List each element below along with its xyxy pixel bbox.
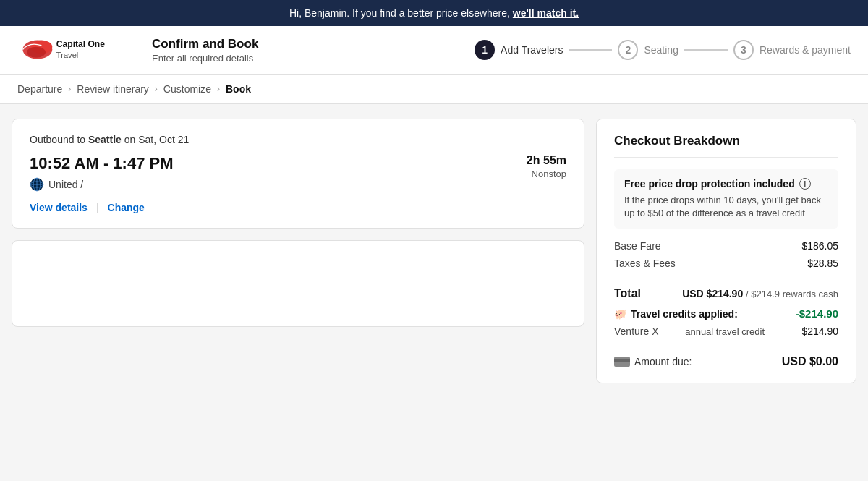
total-row: Total USD $214.90 / $214.9 rewards cash [614,287,838,300]
svg-text:Capital One: Capital One [56,39,105,49]
taxes-row: Taxes & Fees $28.85 [614,257,838,269]
main-content: Outbound to Seattle on Sat, Oct 21 10:52… [0,104,868,398]
total-label: Total [614,287,641,300]
top-banner: Hi, Benjamin. If you find a better price… [0,0,868,26]
step-2-label: Seating [644,44,678,56]
banner-text: Hi, Benjamin. If you find a better price… [289,7,513,19]
flight-airline: United / [30,177,173,192]
duration-value: 2h 55m [527,154,566,167]
base-fare-row: Base Fare $186.05 [614,240,838,252]
breadcrumb-customize[interactable]: Customize [163,83,211,95]
svg-text:Travel: Travel [56,51,79,59]
venture-credit-type: annual travel credit [685,326,765,337]
base-fare-value: $186.05 [801,240,838,252]
capital-one-logo: Capital One Travel [17,35,111,65]
breadcrumb-departure[interactable]: Departure [17,83,62,95]
left-panel: Outbound to Seattle on Sat, Oct 21 10:52… [12,119,584,383]
outbound-label: Outbound to Seattle on Sat, Oct 21 [30,134,566,145]
total-usd: USD $214.90 [682,288,743,299]
fare-divider [614,278,838,278]
right-panel: Checkout Breakdown Free price drop prote… [596,119,856,383]
flight-left: 10:52 AM - 1:47 PM United / [30,154,173,192]
step-1: 1 Add Travelers [475,40,563,60]
airline-name: United / [48,179,83,190]
taxes-label: Taxes & Fees [614,257,676,269]
piggy-bank-icon: 🐖 [614,308,626,320]
flight-duration: 2h 55m Nonstop [527,154,566,179]
total-rewards: / $214.9 rewards cash [746,289,838,299]
confirm-subtitle: Enter all required details [152,53,258,64]
header: Capital One Travel Confirm and Book Ente… [0,26,868,75]
amount-due-row: Amount due: USD $0.00 [614,346,838,368]
change-link[interactable]: Change [108,202,145,213]
flight-date: on Sat, Oct 21 [124,134,190,145]
empty-card [12,240,584,327]
card-icon [614,357,630,367]
step-3: 3 Rewards & payment [733,40,851,60]
svg-rect-11 [614,359,630,362]
total-value: USD $214.90 / $214.9 rewards cash [682,288,838,299]
stops-value: Nonstop [527,169,566,179]
breadcrumb: Departure › Review itinerary › Customize… [0,75,868,104]
svg-point-2 [27,47,46,58]
info-icon[interactable]: i [799,178,811,190]
destination: Seattle [88,134,122,145]
step-3-label: Rewards & payment [760,44,851,56]
base-fare-label: Base Fare [614,240,661,252]
chevron-icon-3: › [217,84,220,94]
confirm-block: Confirm and Book Enter all required deta… [152,37,258,64]
step-3-circle: 3 [733,40,754,60]
step-connector-1 [569,49,612,51]
checkout-card: Checkout Breakdown Free price drop prote… [596,119,856,383]
flight-card: Outbound to Seattle on Sat, Oct 21 10:52… [12,119,584,229]
venture-credit-value: $214.90 [801,325,838,337]
breadcrumb-book: Book [226,83,251,95]
flight-info-row: 10:52 AM - 1:47 PM United / [30,154,566,192]
united-logo-icon [30,177,44,192]
venture-info: Venture X annual travel credit [614,325,765,337]
step-1-circle: 1 [475,40,495,60]
amount-due-label: Amount due: [614,356,692,367]
logo: Capital One Travel [17,35,111,65]
flight-actions: View details | Change [30,202,566,213]
venture-credit-label [661,326,682,337]
step-connector-2 [684,49,728,51]
venture-name: Venture X [614,325,659,337]
taxes-value: $28.85 [807,257,838,269]
price-drop-title: Free price drop protection included i [624,178,828,190]
credits-value: -$214.90 [796,307,838,320]
step-1-label: Add Travelers [501,44,563,56]
credits-row: 🐖 Travel credits applied: -$214.90 [614,307,838,320]
chevron-icon-2: › [155,84,158,94]
price-drop-text: If the price drops within 10 days, you'l… [624,194,828,220]
checkout-title: Checkout Breakdown [614,134,838,158]
amount-due-value: USD $0.00 [782,355,838,368]
chevron-icon-1: › [68,84,71,94]
view-details-link[interactable]: View details [30,202,88,213]
credits-label: 🐖 Travel credits applied: [614,308,738,320]
flight-time: 10:52 AM - 1:47 PM [30,154,173,173]
step-2: 2 Seating [618,40,678,60]
price-match-link[interactable]: we'll match it. [513,7,579,19]
breadcrumb-review[interactable]: Review itinerary [77,83,149,95]
price-drop-box: Free price drop protection included i If… [614,169,838,229]
confirm-title: Confirm and Book [152,37,258,51]
action-separator: | [96,202,99,213]
step-2-circle: 2 [618,40,638,60]
booking-steps: 1 Add Travelers 2 Seating 3 Rewards & pa… [475,40,851,60]
venture-row: Venture X annual travel credit $214.90 [614,325,838,337]
